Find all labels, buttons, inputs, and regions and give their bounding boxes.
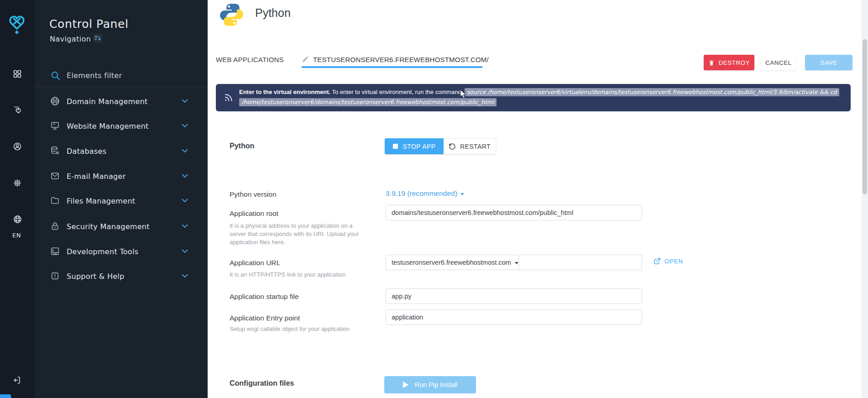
startup-file-input[interactable]: [386, 288, 642, 304]
run-pip-install-button[interactable]: Run Pip Install: [384, 376, 476, 393]
bottom-left-widget[interactable]: [0, 394, 11, 398]
restart-button[interactable]: RESTART: [444, 138, 496, 154]
edit-pencil-icon[interactable]: [302, 55, 310, 63]
venv-command-part-1[interactable]: source /home/testuseronserver6/virtualen…: [465, 88, 839, 96]
configuration-files-label: Configuration files: [230, 379, 294, 388]
sidebar: Control Panel Navigation w=w Domai: [35, 0, 208, 398]
banner-line-1: Enter to the virtual environment. To ent…: [239, 87, 846, 97]
chevron-down-icon: [182, 224, 188, 229]
apps-grid-icon[interactable]: [13, 69, 22, 79]
icon-rail: EN: [0, 0, 35, 398]
monitor-icon: [50, 120, 61, 131]
cancel-button[interactable]: CANCEL: [761, 55, 796, 70]
sidebar-item-domain-management[interactable]: w=w Domain Management: [35, 89, 208, 113]
settings-gear-icon[interactable]: [13, 178, 22, 188]
nav-section-label: Navigation: [50, 35, 91, 43]
scrollbar-thumb[interactable]: [863, 39, 867, 194]
entry-point-help: Setup wsgi callable object for your appl…: [230, 325, 421, 333]
stop-icon: [393, 144, 398, 149]
chevron-down-icon: [182, 149, 188, 153]
external-link-icon: [654, 257, 661, 265]
save-button[interactable]: SAVE: [805, 55, 852, 70]
virtualenv-banner: Enter to the virtual environment. To ent…: [216, 84, 851, 111]
sidebar-item-development-tools[interactable]: SSH Development Tools: [35, 240, 208, 263]
stop-app-button[interactable]: STOP APP: [385, 138, 444, 154]
application-root-help: It is a physical address to your applica…: [230, 222, 367, 246]
chevron-down-icon: [182, 99, 188, 104]
restart-icon: [449, 143, 456, 150]
python-section-label: Python: [230, 142, 254, 150]
chevron-down-icon: [182, 199, 188, 203]
folder-icon: [50, 195, 61, 206]
nav-sort-icon[interactable]: [93, 34, 102, 43]
tab-web-applications[interactable]: WEB APPLICATIONS: [216, 56, 284, 63]
application-root-label: Application root: [230, 209, 278, 218]
sidebar-item-website-management[interactable]: Website Management: [35, 114, 208, 138]
chevron-down-icon: [182, 249, 188, 254]
caret-down-icon: [515, 262, 518, 264]
sidebar-item-files-management[interactable]: Files Management: [35, 189, 208, 213]
logout-icon[interactable]: [13, 376, 22, 385]
active-tab-underline: [302, 66, 482, 68]
language-code[interactable]: EN: [12, 232, 21, 239]
chevron-down-icon: [182, 274, 188, 278]
svg-text:w=w: w=w: [53, 100, 57, 102]
svg-text:SSL: SSL: [53, 226, 57, 229]
svg-text:SSH: SSH: [53, 252, 57, 255]
banner-instruction: To enter to virtual environment, run the…: [332, 89, 463, 95]
page-title: Python: [255, 6, 291, 20]
sidebar-item-security-management[interactable]: SSL Security Management: [35, 215, 208, 238]
account-icon[interactable]: [13, 142, 22, 151]
control-panel-screen: EN Control Panel Navigation: [0, 0, 868, 398]
language-globe-icon[interactable]: [13, 215, 22, 224]
banner-line-2: /home/testuseronserver6/domains/testuser…: [239, 97, 846, 107]
database-icon: [50, 146, 61, 157]
rss-feed-icon: [224, 93, 233, 102]
sidebar-item-support-help[interactable]: Support & Help: [35, 264, 208, 288]
ssh-terminal-icon: SSH: [50, 246, 61, 257]
app-title: Control Panel: [49, 17, 129, 31]
exclamation-icon: [50, 271, 61, 282]
destroy-button[interactable]: DESTROY: [704, 55, 754, 70]
python-version-dropdown[interactable]: 3.9.19 (recommended): [386, 189, 464, 198]
search-icon: [50, 70, 61, 81]
tab-domain-active[interactable]: TESTUSERONSERVER6.FREEWEBHOSTMOST.COM/: [313, 56, 489, 63]
trash-icon: [708, 59, 715, 66]
play-icon: [403, 382, 408, 388]
sidebar-divider: [36, 87, 208, 87]
elements-filter-input[interactable]: [67, 68, 199, 82]
brand-logo-icon[interactable]: [7, 14, 26, 36]
application-url-domain-select[interactable]: testuseronserver6.freewebhostmost.com: [386, 255, 519, 270]
banner-text: Enter to the virtual environment. To ent…: [239, 87, 846, 107]
entry-point-input[interactable]: [386, 309, 642, 325]
sidebar-item-email-manager[interactable]: E-mail Manager: [35, 164, 208, 188]
startup-file-label: Application startup file: [230, 293, 299, 301]
python-logo-icon: [219, 2, 245, 28]
entry-point-label: Application Entry point: [230, 314, 300, 322]
open-link[interactable]: OPEN: [654, 257, 683, 265]
application-url-help: It is an HTTP/HTTPS link to your applica…: [230, 271, 421, 279]
chevron-down-icon: [182, 124, 188, 128]
lock-ssl-icon: SSL: [50, 221, 61, 232]
chevron-down-icon: [182, 174, 188, 178]
chat-icon[interactable]: [13, 105, 22, 115]
venv-command-part-2[interactable]: /home/testuseronserver6/domains/testuser…: [239, 98, 497, 106]
application-url-path-input[interactable]: [519, 255, 642, 270]
sidebar-item-databases[interactable]: Databases: [35, 139, 208, 163]
globe-www-icon: w=w: [50, 96, 61, 107]
banner-bold-text: Enter to the virtual environment.: [239, 89, 330, 95]
scrollbar-track: [862, 0, 868, 398]
mouse-cursor: [460, 89, 467, 99]
envelope-icon: [50, 171, 61, 182]
application-url-label: Application URL: [230, 259, 280, 267]
python-version-label: Python version: [230, 190, 277, 199]
elements-filter: [35, 68, 208, 84]
caret-down-icon: [460, 193, 464, 195]
application-root-input[interactable]: [386, 205, 642, 220]
